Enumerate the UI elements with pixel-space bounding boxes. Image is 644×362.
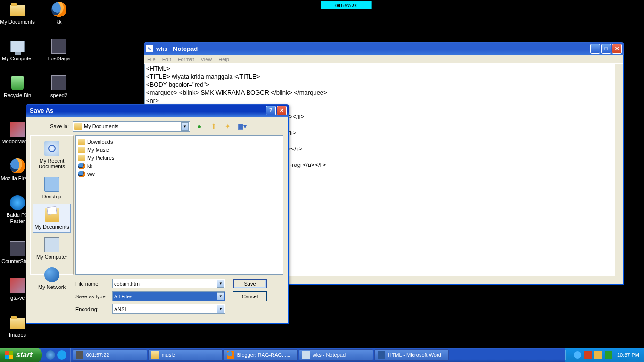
saveas-toolbar: Save in: My Documents ▼ ● ⬆ ✦ ▦▾ — [26, 117, 288, 135]
save-as-dialog: Save As ? ✕ Save in: My Documents ▼ ● ⬆ … — [26, 105, 289, 324]
place-desktop[interactable]: Desktop — [33, 173, 71, 203]
saveastype-value: All Files — [114, 294, 132, 299]
screen-timer: 001:57:22 — [321, 1, 372, 9]
folder-icon — [78, 155, 85, 161]
notepad-icon — [302, 351, 310, 359]
place-my-network[interactable]: My Network — [33, 264, 71, 293]
file-item[interactable]: My Pictures — [78, 154, 281, 162]
tray-icon[interactable] — [605, 351, 612, 359]
folder-icon — [74, 123, 82, 130]
save-button[interactable]: Save — [233, 279, 267, 288]
notepad-menubar: File Edit Format View Help — [144, 56, 623, 64]
system-tray: 10:37 PM — [565, 348, 644, 362]
saveastype-label: Save as type: — [75, 294, 108, 299]
taskbar-item[interactable]: music — [148, 349, 223, 361]
notepad-title: wks - Notepad — [156, 45, 590, 52]
word-icon — [378, 351, 385, 359]
encoding-label: Encoding: — [75, 306, 108, 312]
taskbar-item[interactable]: wks - Notepad — [299, 349, 373, 361]
taskbar-clock[interactable]: 10:37 PM — [617, 352, 639, 358]
img-icon — [10, 278, 25, 293]
computer-icon — [10, 41, 25, 52]
file-name: Downloads — [87, 139, 113, 145]
generic-icon — [51, 75, 66, 90]
place-my-computer[interactable]: My Computer — [33, 234, 71, 263]
start-button[interactable]: start — [0, 348, 42, 362]
menu-help[interactable]: Help — [218, 57, 229, 62]
desktop-p-icon — [44, 177, 59, 192]
quick-launch — [42, 348, 71, 362]
places-bar: My Recent DocumentsDesktopMy DocumentsMy… — [30, 135, 74, 275]
desktop-icon-label: speed2 — [41, 92, 76, 99]
desktop-icon-recycle-bin[interactable]: Recycle Bin — [0, 75, 35, 99]
menu-view[interactable]: View — [201, 57, 212, 62]
dropdown-arrow-icon[interactable]: ▼ — [217, 305, 224, 313]
desktop-icon-label: LostSaga — [41, 56, 76, 62]
place-my-recent-documents[interactable]: My Recent Documents — [33, 138, 71, 173]
notepad-titlebar[interactable]: ✎ wks - Notepad _ □ ✕ — [144, 42, 624, 55]
taskbar-items: 001:57:22musicBlogger: RAG-RAG......wks … — [71, 348, 565, 362]
place-label: My Computer — [34, 254, 69, 260]
file-item[interactable]: Downloads — [78, 138, 281, 146]
desktop-icon-lostsaga[interactable]: LostSaga — [41, 39, 76, 62]
tray-icon[interactable] — [594, 351, 602, 359]
dropdown-arrow-icon[interactable]: ▼ — [217, 292, 224, 300]
desktop-icon-my-computer[interactable]: My Computer — [0, 39, 35, 62]
tray-icon[interactable] — [574, 351, 581, 359]
up-folder-button[interactable]: ⬆ — [208, 121, 219, 132]
file-item[interactable]: ww — [78, 170, 281, 178]
back-button[interactable]: ● — [194, 121, 205, 132]
maximize-button[interactable]: □ — [601, 44, 611, 54]
file-list[interactable]: DownloadsMy MusicMy Pictureskkww — [75, 135, 283, 275]
menu-edit[interactable]: Edit — [162, 57, 171, 62]
taskbar: start 001:57:22musicBlogger: RAG-RAG....… — [0, 348, 644, 362]
help-button[interactable]: ? — [266, 106, 276, 115]
notepad-icon: ✎ — [146, 45, 153, 52]
desktop-icon-label: Images — [0, 332, 35, 338]
new-folder-button[interactable]: ✦ — [223, 121, 233, 132]
saveas-titlebar[interactable]: Save As ? ✕ — [26, 104, 289, 117]
saveas-close-button[interactable]: ✕ — [277, 106, 287, 115]
desktop-icon-kk[interactable]: kk — [41, 2, 76, 25]
tray-icon[interactable] — [584, 351, 592, 359]
view-menu-button[interactable]: ▦▾ — [237, 121, 247, 132]
windows-logo-icon — [5, 351, 13, 359]
vertical-scrollbar[interactable] — [615, 64, 623, 276]
firefox-icon — [10, 158, 25, 173]
dropdown-arrow-icon[interactable]: ▼ — [217, 280, 224, 288]
file-icon — [78, 163, 85, 169]
desktop-icon-label: My Computer — [0, 56, 35, 62]
file-name: ww — [87, 171, 95, 177]
close-button[interactable]: ✕ — [612, 44, 622, 54]
place-my-documents[interactable]: My Documents — [33, 204, 71, 233]
desktop-icon-speed2[interactable]: speed2 — [41, 75, 76, 99]
taskbar-item-label: 001:57:22 — [86, 352, 109, 358]
file-item[interactable]: kk — [78, 162, 281, 170]
menu-format[interactable]: Format — [178, 57, 194, 62]
filename-value: cobain.html — [114, 281, 140, 287]
folder-icon — [78, 147, 85, 153]
file-item[interactable]: My Music — [78, 146, 281, 154]
file-icon — [78, 171, 85, 177]
cancel-button[interactable]: Cancel — [233, 291, 267, 301]
folder-icon — [78, 139, 85, 145]
start-label: start — [16, 351, 33, 359]
saveastype-dropdown[interactable]: All Files ▼ — [112, 291, 225, 301]
show-desktop-icon[interactable] — [46, 350, 55, 360]
quick-launch-item[interactable] — [57, 350, 66, 360]
savein-dropdown[interactable]: My Documents ▼ — [73, 121, 190, 132]
taskbar-item[interactable]: Blogger: RAG-RAG...... — [223, 349, 298, 361]
minimize-button[interactable]: _ — [590, 44, 600, 54]
generic-icon — [10, 241, 25, 256]
filename-input[interactable]: cobain.html ▼ — [112, 279, 225, 288]
encoding-dropdown[interactable]: ANSI ▼ — [112, 304, 225, 314]
dropdown-arrow-icon: ▼ — [181, 122, 189, 131]
taskbar-item-label: Blogger: RAG-RAG...... — [237, 352, 291, 358]
menu-file[interactable]: File — [147, 57, 156, 62]
resize-grip[interactable] — [615, 276, 623, 284]
taskbar-item-label: HTML - Microsoft Word — [388, 352, 441, 358]
desktop-icon-label: Recycle Bin — [0, 92, 35, 99]
desktop-icon-my-documents[interactable]: My Documents — [0, 2, 35, 25]
taskbar-item[interactable]: 001:57:22 — [73, 349, 147, 361]
taskbar-item[interactable]: HTML - Microsoft Word — [374, 349, 449, 361]
